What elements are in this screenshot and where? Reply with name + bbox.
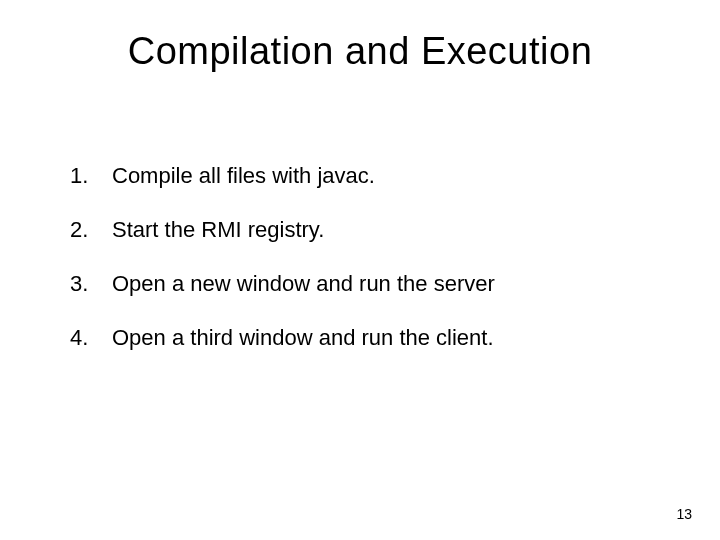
slide-title: Compilation and Execution (60, 30, 660, 73)
page-number: 13 (676, 506, 692, 522)
slide-container: Compilation and Execution 1. Compile all… (0, 0, 720, 540)
list-item: 2. Start the RMI registry. (70, 217, 660, 243)
list-number: 2. (70, 217, 98, 243)
list-item: 4. Open a third window and run the clien… (70, 325, 660, 351)
list-text: Open a third window and run the client. (112, 325, 494, 351)
list-text: Start the RMI registry. (112, 217, 324, 243)
list-number: 1. (70, 163, 98, 189)
list-number: 3. (70, 271, 98, 297)
list-item: 3. Open a new window and run the server (70, 271, 660, 297)
list-text: Open a new window and run the server (112, 271, 495, 297)
list-text: Compile all files with javac. (112, 163, 375, 189)
list-number: 4. (70, 325, 98, 351)
step-list: 1. Compile all files with javac. 2. Star… (60, 163, 660, 351)
list-item: 1. Compile all files with javac. (70, 163, 660, 189)
